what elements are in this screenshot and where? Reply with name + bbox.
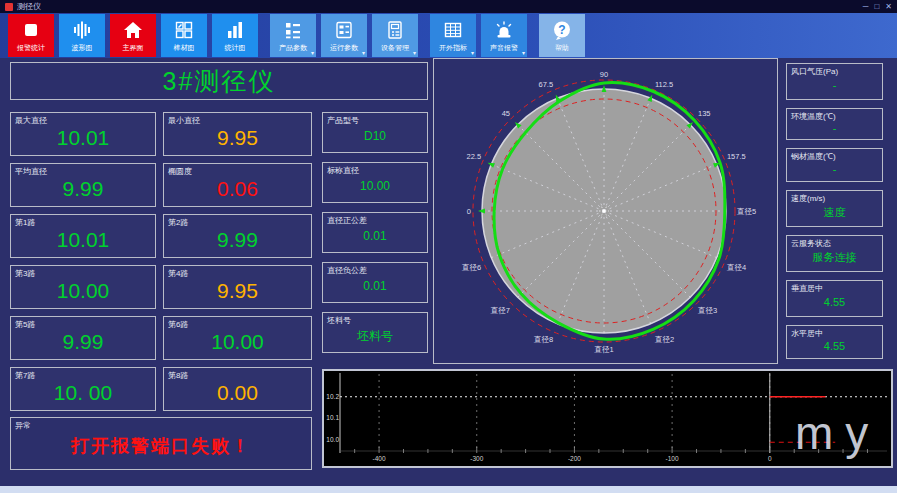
svg-text:?: ? — [558, 22, 565, 36]
app-icon — [5, 3, 13, 11]
cell-label: 直径负公差 — [327, 265, 367, 276]
metric-cell: 第5路9.99 — [10, 316, 156, 360]
dropdown-arrow-icon[interactable]: ▾ — [471, 50, 474, 56]
cell-label: 速度(m/s) — [791, 193, 825, 204]
metric-cell: 第2路9.99 — [163, 214, 312, 258]
list-icon — [282, 19, 304, 41]
window-titlebar: 测径仪 ─ □ ✕ — [0, 0, 897, 13]
windows-icon — [173, 19, 195, 41]
cell-label: 环境温度(℃) — [791, 111, 836, 122]
polar-axis-label: 22.5 — [466, 152, 481, 161]
cell-label: 第7路 — [15, 370, 35, 381]
metric-cell: 第4路9.95 — [163, 265, 312, 309]
trend-y-tick-label: 10.0 — [326, 436, 339, 443]
toolbar-button-label: 运行参数 — [330, 43, 358, 53]
toolbar-button-label: 帮助 — [555, 43, 569, 53]
toolbar-button-help[interactable]: ?帮助 — [539, 14, 585, 57]
polar-axis-label: 直径4 — [726, 263, 746, 272]
cell-label: 第5路 — [15, 319, 35, 330]
product-column: 产品型号D10标称直径10.00直径正公差0.01直径负公差0.01坯料号坯料号 — [322, 112, 428, 353]
maximize-button[interactable]: □ — [874, 3, 879, 11]
polar-axis-label: 45 — [502, 109, 510, 118]
toolbar-button-product-params[interactable]: 产品参数▾ — [270, 14, 316, 57]
cell-label: 第6路 — [168, 319, 188, 330]
metric-cell: 第6路10.00 — [163, 316, 312, 360]
home-icon — [122, 19, 144, 41]
toolbar-button-run-params[interactable]: 运行参数▾ — [321, 14, 367, 57]
polar-axis-label: 直径2 — [654, 335, 674, 344]
trend-x-tick-label: 0 — [768, 455, 772, 462]
toolbar-button-label: 主界面 — [123, 43, 144, 53]
cell-label: 第1路 — [15, 217, 35, 228]
cell-label: 第3路 — [15, 268, 35, 279]
dropdown-arrow-icon[interactable]: ▾ — [311, 50, 314, 56]
window-title: 测径仪 — [17, 3, 41, 11]
metric-cell: 坯料号坯料号 — [322, 312, 428, 353]
dropdown-arrow-icon[interactable]: ▾ — [522, 50, 525, 56]
metric-cell: 标称直径10.00 — [322, 162, 428, 203]
cell-label: 第2路 — [168, 217, 188, 228]
metric-cell: 平均直径9.99 — [10, 163, 156, 207]
polar-axis-label: 直径8 — [533, 335, 553, 344]
metric-cell: 第7路10. 00 — [10, 367, 156, 411]
metric-cell: 水平居中4.55 — [786, 325, 883, 359]
polar-axis-label: 直径1 — [593, 345, 613, 354]
polar-axis-label: 135 — [698, 109, 711, 118]
polar-axis-label: 67.5 — [538, 80, 553, 89]
trend-y-tick-label: 10.1 — [326, 414, 339, 421]
cell-label: 直径正公差 — [327, 215, 367, 226]
alarm-label: 异常 — [15, 420, 31, 431]
window-controls: ─ □ ✕ — [863, 3, 892, 11]
cell-label: 最小直径 — [168, 115, 200, 126]
alarm-message: 打开报警端口失败！ — [11, 418, 311, 469]
device-icon — [384, 19, 406, 41]
polar-axis-label: 直径3 — [697, 306, 717, 315]
cell-label: 风口气压(Pa) — [791, 66, 838, 77]
trend-x-tick-label: -400 — [373, 455, 386, 462]
gauge-title-box: 3#测径仪 — [10, 62, 428, 100]
toolbar-button-device-mgmt[interactable]: 设备管理▾ — [372, 14, 418, 57]
close-button[interactable]: ✕ — [885, 3, 892, 11]
trend-y-tick-label: 10.2 — [326, 393, 339, 400]
cell-label: 云服务状态 — [791, 238, 831, 249]
waveform-icon — [71, 19, 93, 41]
toolbar-button-alarm-stats[interactable]: 报警统计 — [8, 14, 54, 57]
polar-axis-label: 直径6 — [461, 263, 481, 272]
toolbar-button-label: 统计图 — [225, 43, 246, 53]
bottom-strip — [0, 486, 897, 493]
toolbar-button-label: 开外指标 — [439, 43, 467, 53]
barchart-icon — [224, 19, 246, 41]
polar-axis-label: 112.5 — [655, 80, 673, 89]
metric-cell: 风口气压(Pa)- — [786, 63, 883, 100]
toolbar-button-label: 报警统计 — [17, 43, 45, 53]
dropdown-arrow-icon[interactable]: ▾ — [413, 50, 416, 56]
cell-label: 最大直径 — [15, 115, 47, 126]
minimize-button[interactable]: ─ — [863, 3, 869, 11]
toolbar-button-statistics-view[interactable]: 统计图 — [212, 14, 258, 57]
metric-cell: 速度(m/s)速度 — [786, 190, 883, 227]
dropdown-arrow-icon[interactable]: ▾ — [362, 50, 365, 56]
toolbar-button-label: 产品参数 — [279, 43, 307, 53]
polar-axis-label: 157.5 — [727, 152, 746, 161]
polar-axis-label: 直径7 — [490, 306, 510, 315]
toolbar-button-bar-material-view[interactable]: 棒材图 — [161, 14, 207, 57]
cell-label: 平均直径 — [15, 166, 47, 177]
toolbar-button-main-view[interactable]: 主界面 — [110, 14, 156, 57]
toolbar-button-waveform-view[interactable]: 波形图 — [59, 14, 105, 57]
metrics-grid: 最大直径10.01最小直径9.95平均直径9.99椭圆度0.06第1路10.01… — [10, 112, 312, 411]
toolbar-button-label: 波形图 — [72, 43, 93, 53]
table-icon — [442, 19, 464, 41]
metric-cell: 直径正公差0.01 — [322, 212, 428, 253]
polar-axis-label: 90 — [600, 70, 608, 79]
cell-label: 产品型号 — [327, 115, 359, 126]
trend-x-tick-label: -100 — [666, 455, 679, 462]
cell-label: 水平居中 — [791, 328, 823, 339]
profile-radar-chart: 9067.54522.50112.5135157.5直径5直径4直径3直径2直径… — [434, 59, 777, 363]
alarm-box: 异常 打开报警端口失败！ — [10, 417, 312, 470]
toolbar-button-out-of-tolerance[interactable]: 开外指标▾ — [430, 14, 476, 57]
toolbar-button-label: 设备管理 — [381, 43, 409, 53]
toolbar-button-label: 声音报警 — [490, 43, 518, 53]
cell-label: 第4路 — [168, 268, 188, 279]
toolbar-button-sound-alarm[interactable]: 声音报警▾ — [481, 14, 527, 57]
trend-line-chart: 10.210.110.0-400-300-200-1000 — [324, 371, 891, 466]
